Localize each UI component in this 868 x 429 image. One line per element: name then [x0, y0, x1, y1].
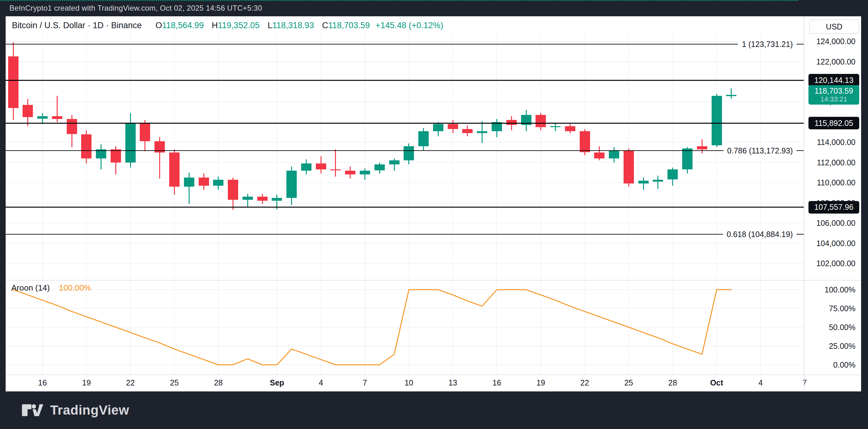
left-frame-strip [0, 16, 6, 391]
currency-toggle-button[interactable]: USD [809, 20, 859, 34]
snapshot-title-bar: BeInCrypto1 created with TradingView.com… [0, 0, 868, 16]
aroon-up-line [13, 290, 732, 365]
snapshot-title: BeInCrypto1 created with TradingView.com… [9, 4, 262, 12]
close-value: 118,703.59 [328, 21, 370, 30]
time-axis-separator [6, 374, 861, 375]
chart-legend-row: Bitcoin / U.S. Dollar · 1D · Binance O11… [6, 16, 804, 34]
ohlc-values: O118,564.99 H119,352.05 L118,318.93 C118… [150, 21, 370, 30]
close-label: C [322, 21, 329, 30]
tradingview-brand-text: TradingView [50, 403, 129, 418]
aroon-title: Aroon (14) [11, 283, 50, 293]
aroon-indicator-plot [6, 280, 804, 374]
change-value: +145.48 (+0.12%) [375, 21, 443, 30]
high-value: 119,352.05 [218, 21, 259, 30]
right-frame-strip [861, 16, 868, 391]
aroon-current-value: 100.00% [59, 283, 91, 293]
aroon-legend: Aroon (14) 100.00% [11, 283, 91, 293]
open-label: O [155, 21, 162, 30]
low-label: L [268, 21, 272, 30]
symbol-description: Bitcoin / U.S. Dollar · 1D · Binance [12, 21, 142, 30]
footer-bar: TradingView [0, 391, 868, 429]
open-value: 118,564.99 [162, 21, 204, 30]
price-axis[interactable] [804, 16, 861, 374]
time-axis[interactable] [6, 375, 861, 391]
price-axis-separator [804, 16, 804, 391]
price-pane[interactable] [6, 34, 804, 280]
tradingview-snapshot: BeInCrypto1 created with TradingView.com… [0, 0, 868, 429]
tradingview-logo[interactable]: TradingView [21, 403, 129, 418]
low-value: 118,318.93 [272, 21, 314, 30]
high-label: H [212, 21, 218, 30]
tradingview-logo-icon [21, 403, 44, 418]
pane-separator[interactable] [6, 280, 861, 280]
